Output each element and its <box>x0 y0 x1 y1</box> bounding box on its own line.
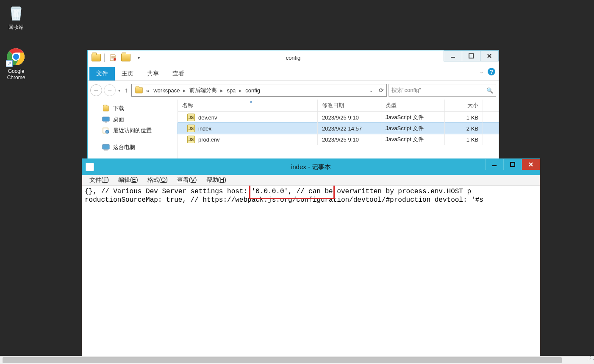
nav-label: 桌面 <box>113 116 124 123</box>
close-button[interactable] <box>480 50 499 61</box>
file-date: 2023/9/22 14:57 <box>318 123 381 134</box>
explorer-title: config <box>88 55 499 61</box>
qat-folder-icon <box>90 52 102 64</box>
nav-label: 最近访问的位置 <box>113 127 152 134</box>
qat-separator: │ <box>103 52 106 64</box>
menu-view[interactable]: 查看(V) <box>173 175 201 185</box>
recycle-bin-label: 回收站 <box>0 24 32 31</box>
file-row[interactable]: JSindex2023/9/22 14:57JavaScript 文件2 KB <box>178 122 499 134</box>
chrome-shortcut[interactable]: ↗ Google Chrome <box>0 47 32 81</box>
file-size: 1 KB <box>445 112 483 123</box>
crumb-sep-icon: ▸ <box>182 87 187 94</box>
file-type: JavaScript 文件 <box>381 123 445 134</box>
address-toolbar: ← → ▾ ↑ « workspace ▸ 前后端分离 ▸ spa ▸ conf… <box>88 81 499 100</box>
qat-properties-button[interactable] <box>107 52 119 64</box>
tab-view[interactable]: 查看 <box>166 67 191 81</box>
svg-point-10 <box>105 130 109 133</box>
menu-help[interactable]: 帮助(H) <box>203 175 230 185</box>
file-list: ▴ 名称 修改日期 类型 大小 JSdev.env2023/9/25 9:10J… <box>178 100 499 161</box>
scrollbar-thumb[interactable] <box>3 357 562 363</box>
file-name: prod.env <box>198 136 220 143</box>
menu-edit[interactable]: 编辑(E) <box>114 175 142 185</box>
crumb-sep-icon: ▸ <box>238 87 243 94</box>
file-size: 1 KB <box>445 134 483 145</box>
ribbon-tabs: 文件 主页 共享 查看 ⌄ ? <box>88 65 499 81</box>
close-button[interactable] <box>522 159 540 170</box>
file-row[interactable]: JSprod.env2023/9/25 9:10JavaScript 文件1 K… <box>178 134 499 145</box>
file-date: 2023/9/25 9:10 <box>318 134 381 145</box>
notepad-menubar: 文件(F) 编辑(E) 格式(O) 查看(V) 帮助(H) <box>82 175 540 186</box>
svg-rect-6 <box>469 54 473 58</box>
file-type: JavaScript 文件 <box>381 134 445 145</box>
nav-downloads[interactable]: 下载 <box>90 103 175 114</box>
col-type[interactable]: 类型 <box>381 100 445 111</box>
qat-dropdown-button[interactable]: ▾ <box>133 52 144 64</box>
notepad-window-buttons <box>485 159 540 170</box>
maximize-button[interactable] <box>503 159 522 170</box>
crumb-workspace[interactable]: workspace <box>152 87 181 94</box>
minimize-button[interactable] <box>444 50 462 61</box>
col-size[interactable]: 大小 <box>445 100 483 111</box>
tab-file[interactable]: 文件 <box>89 67 115 81</box>
search-placeholder: 搜索"config" <box>391 86 421 94</box>
notepad-title: index - 记事本 <box>82 163 540 171</box>
minimize-button[interactable] <box>485 159 503 170</box>
tab-share[interactable]: 共享 <box>140 67 166 81</box>
notepad-window: index - 记事本 文件(F) 编辑(E) 格式(O) 查看(V) 帮助(H… <box>82 158 540 354</box>
up-button[interactable]: ↑ <box>123 86 130 94</box>
file-date: 2023/9/25 9:10 <box>318 112 381 123</box>
notepad-titlebar[interactable]: index - 记事本 <box>82 159 540 175</box>
folder-icon <box>135 87 143 93</box>
refresh-icon[interactable]: ⟳ <box>379 87 384 94</box>
nav-desktop[interactable]: 桌面 <box>90 114 175 125</box>
qat-newfolder-button[interactable] <box>120 52 132 64</box>
tab-home[interactable]: 主页 <box>115 67 140 81</box>
column-headers: ▴ 名称 修改日期 类型 大小 <box>178 100 499 112</box>
notepad-textarea[interactable]: {}, // Various Dev Server settings host:… <box>82 186 540 357</box>
file-row[interactable]: JSdev.env2023/9/25 9:10JavaScript 文件1 KB <box>178 112 499 123</box>
nav-computer[interactable]: 这台电脑 <box>90 142 175 153</box>
svg-rect-12 <box>104 150 108 150</box>
menu-format[interactable]: 格式(O) <box>144 175 172 185</box>
back-button[interactable]: ← <box>90 84 102 96</box>
chrome-label: Google Chrome <box>0 68 32 81</box>
desktop-icon <box>102 116 110 123</box>
crumb-prefix: « <box>144 87 151 94</box>
file-name: dev.env <box>198 114 217 121</box>
highlight-box <box>249 186 335 199</box>
file-name: index <box>198 125 211 132</box>
maximize-button[interactable] <box>462 50 480 61</box>
address-bar[interactable]: « workspace ▸ 前后端分离 ▸ spa ▸ config ⌄ ⟳ <box>131 84 387 97</box>
quick-access-toolbar: │ ▾ <box>88 50 144 65</box>
recycle-bin[interactable]: 回收站 <box>0 3 32 31</box>
col-name[interactable]: 名称 <box>178 100 318 111</box>
address-dropdown-icon[interactable]: ⌄ <box>369 88 373 93</box>
history-dropdown[interactable]: ▾ <box>117 88 121 93</box>
col-date[interactable]: 修改日期 <box>318 100 381 111</box>
svg-rect-7 <box>103 117 109 121</box>
crumb-spa[interactable]: spa <box>225 87 237 94</box>
menu-file[interactable]: 文件(F) <box>86 175 113 185</box>
ribbon-collapse-icon[interactable]: ⌄ <box>480 69 483 75</box>
notepad-icon <box>86 163 94 171</box>
explorer-titlebar[interactable]: │ ▾ config <box>88 50 499 65</box>
forward-button[interactable]: → <box>104 84 116 96</box>
help-icon[interactable]: ? <box>488 68 495 75</box>
page-horizontal-scrollbar[interactable] <box>0 356 594 364</box>
file-size: 2 KB <box>445 123 483 134</box>
svg-rect-8 <box>105 122 107 122</box>
search-icon: 🔍 <box>486 87 493 94</box>
svg-point-2 <box>13 54 19 60</box>
search-input[interactable]: 搜索"config" 🔍 <box>389 84 496 97</box>
nav-recent[interactable]: 最近访问的位置 <box>90 125 175 136</box>
js-file-icon: JS <box>187 136 195 143</box>
resize-grip-icon: ⋰⋰⋰ <box>587 357 593 363</box>
chrome-icon: ↗ <box>6 47 26 67</box>
nav-label: 这台电脑 <box>113 144 135 151</box>
computer-icon <box>102 144 110 151</box>
navigation-pane: 下载 桌面 最近访问的位置 这台电脑 <box>88 100 178 161</box>
recent-icon <box>102 127 110 134</box>
crumb-frontbackend[interactable]: 前后端分离 <box>188 86 219 94</box>
crumb-config[interactable]: config <box>244 87 262 94</box>
js-file-icon: JS <box>187 114 195 121</box>
